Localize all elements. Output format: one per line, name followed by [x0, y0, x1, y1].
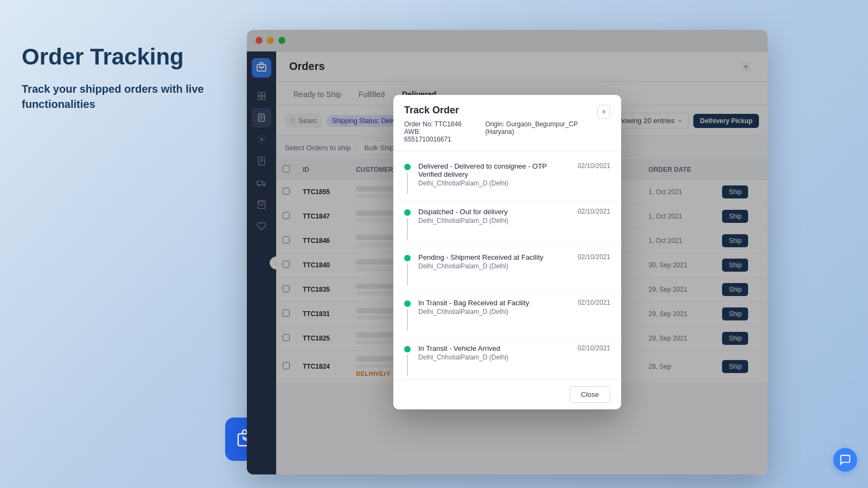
timeline-line: [407, 172, 408, 194]
timeline-content: Delivered - Delivered to consignee - OTP…: [418, 162, 570, 187]
chat-icon: [839, 454, 851, 466]
timeline-location: Delhi_ChhotialPalam_D (Delhi): [418, 179, 570, 187]
timeline-item: Delivered - Delivered to consignee - OTP…: [393, 156, 621, 201]
timeline-date: 02/10/2021: [578, 208, 610, 215]
modal-awb: AWB: 6551710016671: [404, 128, 463, 143]
timeline-line: [407, 355, 408, 376]
timeline-status: Delivered - Delivered to consignee - OTP…: [418, 162, 570, 178]
modal-close-button[interactable]: Close: [570, 386, 610, 403]
modal-overlay: Track Order Order No: TTC1846 AWB: 65517…: [247, 30, 768, 474]
timeline-location: Delhi_ChhotialPalam_D (Delhi): [418, 262, 570, 270]
modal-origin-label: Origin: Gurgaon_Begumpur_CP (Haryana): [485, 120, 597, 136]
timeline-content: Pending - Shipment Received at Facility …: [418, 253, 570, 270]
left-panel: Order Tracking Track your shipped orders…: [22, 43, 217, 112]
timeline-item: In Transit - Bag Received at Facility De…: [393, 292, 621, 338]
modal-title: Track Order: [404, 105, 597, 116]
timeline-date: 02/10/2021: [578, 162, 610, 170]
timeline-content: In Transit - Bag Received at Facility De…: [418, 299, 570, 316]
timeline-location: Delhi_ChhotialPalam_D (Delhi): [418, 217, 570, 224]
timeline-dot: [404, 346, 411, 352]
timeline-date: 02/10/2021: [578, 344, 610, 352]
timeline-location: Delhi_ChhotialPalam_D (Delhi): [418, 354, 570, 361]
timeline-content: In Transit - Vehicle Arrived Delhi_Chhot…: [418, 344, 570, 361]
modal-header: Track Order Order No: TTC1846 AWB: 65517…: [393, 95, 621, 151]
modal-body: Delivered - Delivered to consignee - OTP…: [393, 151, 621, 379]
timeline-dot-wrap: [404, 253, 411, 285]
timeline-dot-wrap: [404, 162, 411, 194]
timeline-status: Dispatched - Out for delivery: [418, 208, 570, 216]
timeline-item: Dispatched - Out for delivery Delhi_Chho…: [393, 201, 621, 247]
timeline-line: [407, 309, 408, 331]
timeline-dot: [404, 164, 411, 170]
timeline-item: Pending - Shipment Received at Facility …: [393, 247, 621, 292]
timeline-date: 02/10/2021: [578, 253, 610, 261]
chat-bubble[interactable]: [833, 448, 857, 472]
timeline-status: Pending - Shipment Received at Facility: [418, 253, 570, 261]
timeline-line: [407, 218, 408, 240]
page-subtitle: Track your shipped orders with live func…: [22, 81, 217, 112]
timeline-date: 02/10/2021: [578, 299, 610, 306]
timeline-item: In Transit - Vehicle Arrived Delhi_Chhot…: [393, 338, 621, 379]
timeline-line: [407, 264, 408, 285]
timeline-dot: [404, 209, 411, 216]
page-title: Order Tracking: [22, 43, 217, 70]
timeline-status: In Transit - Bag Received at Facility: [418, 299, 570, 307]
timeline-status: In Transit - Vehicle Arrived: [418, 344, 570, 352]
modal-order-no: Order No: TTC1846: [404, 120, 463, 128]
track-order-modal: Track Order Order No: TTC1846 AWB: 65517…: [393, 95, 621, 409]
timeline-content: Dispatched - Out for delivery Delhi_Chho…: [418, 208, 570, 224]
timeline-dot: [404, 300, 411, 307]
modal-close-x-button[interactable]: ×: [597, 105, 610, 119]
timeline-dot-wrap: [404, 208, 411, 240]
timeline-location: Delhi_ChhotialPalam_D (Delhi): [418, 308, 570, 316]
timeline-dot-wrap: [404, 299, 411, 331]
main-window: › Orders Ready to Ship Fulfilled Deliver…: [247, 30, 768, 474]
timeline-dot-wrap: [404, 344, 411, 376]
modal-footer: Close: [393, 379, 621, 409]
timeline-dot: [404, 255, 411, 261]
